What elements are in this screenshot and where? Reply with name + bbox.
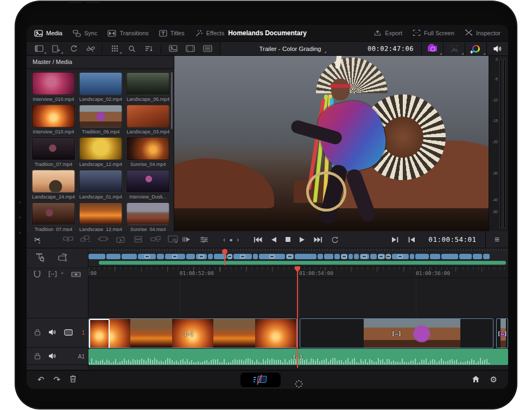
timeline-options-menu[interactable]: ≡: [486, 235, 508, 245]
transform-button[interactable]: [443, 41, 465, 56]
media-item[interactable]: Tradition_07.mp4: [32, 137, 75, 167]
fullscreen-button[interactable]: Full Screen: [413, 29, 454, 37]
media-thumbnail[interactable]: [79, 137, 122, 160]
media-item[interactable]: Landscape_12.mp4: [79, 202, 122, 231]
media-thumbnail[interactable]: [79, 170, 122, 193]
speaker-icon[interactable]: [48, 329, 56, 337]
media-thumbnail[interactable]: [32, 72, 75, 95]
media-thumbnail[interactable]: [126, 105, 169, 127]
tab-titles[interactable]: Titles: [159, 30, 185, 37]
lock-icon[interactable]: [34, 353, 41, 361]
settings-button[interactable]: ⚙: [490, 375, 497, 385]
viewer[interactable]: [174, 56, 489, 231]
jump-to-clip-button[interactable]: [57, 253, 68, 262]
snapping-magnet-button[interactable]: [33, 270, 41, 279]
source-overwrite-button[interactable]: [116, 235, 126, 245]
media-item[interactable]: Interview_010.mp4: [32, 105, 75, 134]
speaker-icon[interactable]: [48, 353, 56, 361]
view-grid-button[interactable]: [106, 43, 123, 55]
media-item[interactable]: Interview_Dusk...: [126, 170, 169, 200]
step-forward-button[interactable]: ›: [237, 235, 239, 244]
marker-brackets-button[interactable]: [48, 271, 57, 279]
media-item[interactable]: Sunrise_04.mp4: [126, 137, 169, 167]
media-item[interactable]: Sunrise_04.mp4: [126, 202, 169, 231]
timeline-clip[interactable]: [↔]: [300, 318, 493, 348]
media-item[interactable]: Landscape_06.mp4: [126, 72, 169, 102]
media-item[interactable]: Tradition_06.mp4: [79, 105, 122, 134]
lock-icon[interactable]: [34, 329, 41, 337]
picture-in-picture-button[interactable]: [168, 235, 178, 244]
view-list-button[interactable]: [199, 43, 216, 55]
timeline-clip[interactable]: [↔]: [88, 318, 297, 348]
play-button[interactable]: [299, 236, 306, 243]
place-on-top-button[interactable]: [133, 235, 143, 244]
play-to-last-frame-button[interactable]: [391, 236, 399, 243]
search-button[interactable]: [124, 43, 140, 55]
play-around-button[interactable]: [182, 235, 192, 244]
step-back-button[interactable]: ‹: [223, 235, 225, 244]
media-thumbnail[interactable]: [79, 202, 122, 225]
breadcrumb[interactable]: Master / Media: [27, 56, 174, 68]
export-button[interactable]: Export: [373, 29, 402, 37]
playhead[interactable]: [297, 266, 298, 368]
video-track[interactable]: [↔][↔][↔]: [88, 318, 508, 348]
sort-button[interactable]: [141, 43, 157, 55]
media-thumbnail[interactable]: [32, 202, 75, 225]
append-button[interactable]: [150, 235, 161, 244]
playback-settings-button[interactable]: [200, 236, 208, 244]
import-media-button[interactable]: [48, 43, 65, 55]
media-item[interactable]: Tradition_07.mp4: [32, 202, 75, 231]
media-scrollbar[interactable]: [171, 72, 173, 129]
replace-button[interactable]: [98, 235, 109, 244]
play-reverse-button[interactable]: [270, 236, 277, 243]
smart-insert-button[interactable]: [63, 235, 73, 244]
delete-button[interactable]: [69, 375, 77, 385]
audio-track[interactable]: [↔]: [88, 349, 508, 365]
selected-clip-thumbnail[interactable]: [89, 319, 110, 348]
view-filmstrip-button[interactable]: [182, 43, 199, 55]
add-marker-button[interactable]: [71, 271, 81, 279]
media-thumbnail[interactable]: [126, 202, 169, 225]
go-to-start-button[interactable]: [254, 236, 262, 243]
home-button[interactable]: [472, 375, 480, 384]
go-to-first-frame-button[interactable]: [408, 236, 415, 243]
media-item[interactable]: Interview_010.mp4: [32, 72, 75, 102]
tab-media[interactable]: Media: [34, 30, 62, 37]
audio-monitor-button[interactable]: [486, 41, 508, 56]
redo-button[interactable]: ↷: [54, 375, 61, 385]
media-item[interactable]: Landscape_02.mp4: [79, 72, 122, 102]
timeline-clip-selector[interactable]: Trailer - Color Grading: [220, 46, 360, 52]
audio-clip[interactable]: [↔]: [88, 349, 508, 365]
undo-button[interactable]: ↶: [37, 375, 45, 385]
relink-clips-button[interactable]: [65, 43, 81, 55]
record-button[interactable]: ●: [229, 236, 233, 243]
timeline-clip[interactable]: [↔]: [496, 318, 508, 348]
overwrite-button[interactable]: [80, 235, 91, 244]
bin-list-button[interactable]: [31, 43, 47, 55]
cut-page-tab[interactable]: [240, 373, 281, 387]
timeline-minimap[interactable]: [88, 248, 508, 266]
tools-button[interactable]: [35, 253, 45, 263]
grab-still-button[interactable]: [421, 41, 443, 56]
color-effects-button[interactable]: [465, 41, 486, 56]
tab-effects[interactable]: Effects: [195, 29, 224, 37]
media-item[interactable]: Landscape_01.mp4: [79, 170, 122, 200]
media-thumbnail[interactable]: [79, 105, 122, 127]
split-clip-button[interactable]: ✂: [34, 235, 41, 245]
media-thumbnail[interactable]: [126, 137, 169, 160]
loop-button[interactable]: [331, 236, 339, 244]
tab-transitions[interactable]: Transitions: [107, 30, 148, 37]
unlink-clips-button[interactable]: [83, 43, 99, 55]
media-thumbnail[interactable]: [32, 137, 75, 160]
monitor-icon[interactable]: [64, 329, 73, 337]
stop-button[interactable]: [285, 236, 291, 242]
inspector-button[interactable]: Inspector: [465, 29, 501, 37]
tab-sync[interactable]: Sync: [73, 30, 97, 37]
media-item[interactable]: Landscape_12.mp4: [79, 137, 122, 167]
media-thumbnail[interactable]: [32, 170, 75, 193]
view-thumbnail-button[interactable]: [165, 43, 181, 55]
go-to-end-button[interactable]: [314, 236, 322, 243]
media-item[interactable]: Landscape_03.mp4: [126, 105, 169, 134]
media-thumbnail[interactable]: [126, 170, 169, 193]
media-thumbnail[interactable]: [32, 105, 75, 127]
